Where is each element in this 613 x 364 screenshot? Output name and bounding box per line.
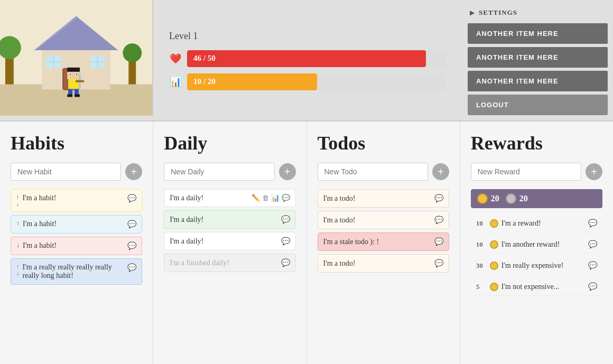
hp-icon: ❤️ (169, 53, 182, 64)
todo-item: I'm a todo! 💬 (318, 211, 449, 229)
habit-down-arrow[interactable]: ↓ (16, 241, 20, 249)
svg-rect-25 (76, 74, 77, 75)
chat-icon[interactable]: 💬 (127, 220, 136, 229)
reward-coin-icon (490, 240, 498, 249)
chat-icon[interactable]: 💬 (588, 261, 597, 270)
daily-add-button[interactable]: + (279, 163, 296, 180)
logout-button[interactable]: LOGOUT (468, 95, 608, 115)
habit-arrows-both[interactable]: ↑↓ (16, 194, 20, 207)
settings-label: SETTINGS (479, 8, 517, 17)
daily-text: I'm a daily! (170, 216, 277, 224)
silver-value: 20 (519, 194, 528, 203)
habit-up-arrow[interactable]: ↑ (16, 220, 20, 228)
todos-add-row: + (318, 163, 449, 181)
daily-add-row: + (164, 163, 295, 181)
reward-text: I'm another reward! (501, 240, 585, 249)
xp-bar-fill: 10 / 20 (187, 73, 317, 90)
hp-bar-fill: 46 / 50 (187, 50, 426, 67)
reward-coin-icon (490, 219, 498, 228)
habit-item: ↑ I'm a habit! 💬 (11, 215, 142, 234)
habit-text-long: I'm a really really really really really… (23, 263, 125, 280)
reward-item: 30 I'm really expensive! 💬 (471, 257, 602, 275)
rewards-input[interactable] (471, 163, 581, 181)
settings-header[interactable]: ▶ SETTINGS (468, 5, 608, 20)
todo-text: I'm a todo! (323, 194, 431, 203)
rewards-title: Rewards (471, 132, 602, 154)
xp-icon: 📊 (169, 76, 182, 88)
gold-amount: 20 (477, 193, 499, 204)
chat-icon[interactable]: 💬 (127, 194, 136, 203)
settings-arrow-icon: ▶ (470, 9, 475, 17)
sidebar-item-3[interactable]: ANOTHER ITEM HERE (468, 71, 608, 91)
reward-cost: 5 (476, 283, 487, 291)
silver-amount: 20 (506, 193, 528, 204)
daily-input[interactable] (164, 163, 274, 181)
daily-actions: ✏️ 🗑 📊 💬 (252, 194, 290, 202)
todos-column: Todos + I'm a todo! 💬 I'm a todo! 💬 I'm … (307, 122, 460, 364)
gold-bar: 20 20 (471, 189, 602, 208)
reward-cost: 10 (476, 240, 487, 249)
chat-icon[interactable]: 💬 (281, 237, 290, 246)
rewards-add-button[interactable]: + (586, 163, 602, 180)
todos-add-button[interactable]: + (432, 163, 449, 180)
level-label: Level 1 (169, 31, 447, 42)
chat-icon[interactable]: 💬 (127, 241, 136, 250)
chat-icon[interactable]: 💬 (127, 263, 136, 272)
habits-title: Habits (11, 132, 142, 154)
daily-text-finished: I'm a finished daily! (170, 259, 277, 267)
sidebar-item-1[interactable]: ANOTHER ITEM HERE (468, 23, 608, 44)
todo-item: I'm a todo! 💬 (318, 189, 449, 208)
daily-item: I'm a daily! 💬 (164, 232, 295, 250)
habit-text: I'm a habit! (23, 194, 125, 202)
character-scene (0, 0, 153, 116)
chat-icon[interactable]: 💬 (434, 194, 443, 203)
edit-icon[interactable]: ✏️ (252, 194, 260, 202)
svg-rect-28 (67, 95, 72, 97)
chat-icon[interactable]: 💬 (588, 240, 597, 249)
stats-icon[interactable]: 📊 (271, 194, 280, 202)
gold-value: 20 (491, 194, 499, 203)
daily-text: I'm a daily! (170, 237, 277, 246)
daily-text: I'm a daily! (170, 194, 248, 202)
todos-title: Todos (318, 132, 449, 154)
chat-icon[interactable]: 💬 (281, 258, 290, 267)
habit-arrows-both[interactable]: ↑↓ (16, 263, 20, 276)
reward-item: 5 I'm not expensive... 💬 (471, 278, 602, 296)
habits-input[interactable] (11, 163, 121, 181)
todo-item: I'm a todo! 💬 (318, 254, 449, 273)
sidebar-item-2[interactable]: ANOTHER ITEM HERE (468, 47, 608, 68)
chat-icon[interactable]: 💬 (588, 282, 597, 291)
delete-icon[interactable]: 🗑 (262, 194, 269, 202)
habit-item: ↑↓ I'm a habit! 💬 (11, 189, 142, 212)
habit-text: I'm a habit! (23, 220, 124, 228)
habits-add-button[interactable]: + (125, 163, 142, 180)
chat-icon[interactable]: 💬 (282, 194, 290, 202)
reward-cost: 30 (476, 262, 487, 270)
todo-text: I'm a todo! (323, 259, 431, 268)
xp-bar-container: 10 / 20 (187, 73, 447, 90)
svg-rect-21 (67, 68, 80, 72)
xp-text: 10 / 20 (193, 77, 216, 86)
reward-item: 10 I'm a reward! 💬 (471, 214, 602, 232)
chat-icon[interactable]: 💬 (434, 237, 443, 246)
daily-column: Daily + I'm a daily! ✏️ 🗑 📊 💬 I'm a dail… (153, 122, 306, 364)
reward-text: I'm a reward! (501, 219, 585, 228)
chat-icon[interactable]: 💬 (434, 259, 443, 268)
habit-item: ↓ I'm a habit! 💬 (11, 237, 142, 255)
chat-icon[interactable]: 💬 (588, 219, 597, 228)
rewards-column: Rewards + 20 20 10 I'm a reward! 💬 10 I'… (460, 122, 613, 364)
svg-rect-24 (70, 74, 71, 75)
chat-icon[interactable]: 💬 (281, 215, 290, 224)
reward-coin-icon (490, 283, 498, 291)
habit-text: I'm a habit! (23, 241, 124, 250)
hp-bar-container: 46 / 50 (187, 50, 447, 67)
svg-rect-27 (76, 80, 84, 82)
daily-item: I'm a daily! 💬 (164, 210, 295, 229)
sidebar: ▶ SETTINGS ANOTHER ITEM HERE ANOTHER ITE… (462, 0, 613, 120)
gold-coin-icon (477, 193, 488, 204)
habit-item-long: ↑↓ I'm a really really really really rea… (11, 258, 142, 285)
todos-input[interactable] (318, 163, 428, 181)
daily-item: I'm a daily! ✏️ 🗑 📊 💬 (164, 189, 295, 207)
reward-coin-icon (490, 262, 498, 270)
chat-icon[interactable]: 💬 (434, 216, 443, 225)
